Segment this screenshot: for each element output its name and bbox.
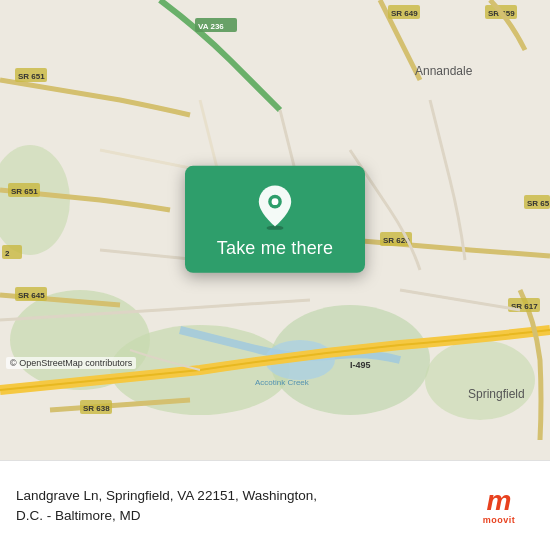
svg-point-35 xyxy=(272,198,279,205)
svg-text:SR 651: SR 651 xyxy=(11,187,38,196)
svg-text:I-495: I-495 xyxy=(350,360,371,370)
svg-text:SR 645: SR 645 xyxy=(18,291,45,300)
osm-credit: © OpenStreetMap contributors xyxy=(6,357,136,369)
address-text: Landgrave Ln, Springfield, VA 22151, Was… xyxy=(16,488,317,523)
svg-text:SR 638: SR 638 xyxy=(83,404,110,413)
moovit-name: moovit xyxy=(483,515,516,525)
svg-text:Annandale: Annandale xyxy=(415,64,473,78)
svg-text:SR 651: SR 651 xyxy=(18,72,45,81)
svg-point-5 xyxy=(425,340,535,420)
svg-text:Accotink Creek: Accotink Creek xyxy=(255,378,310,387)
svg-text:SR 649: SR 649 xyxy=(391,9,418,18)
moovit-letter: m xyxy=(487,487,512,515)
info-bar: Landgrave Ln, Springfield, VA 22151, Was… xyxy=(0,460,550,550)
address-block: Landgrave Ln, Springfield, VA 22151, Was… xyxy=(16,486,452,526)
moovit-logo: m moovit xyxy=(464,487,534,525)
svg-text:VA 236: VA 236 xyxy=(198,22,224,31)
map-container: Accotink Creek I-495 SR 649 VA 236 SR 65… xyxy=(0,0,550,460)
take-me-there-button[interactable]: Take me there xyxy=(217,238,333,259)
svg-text:SR 65: SR 65 xyxy=(527,199,550,208)
svg-text:2: 2 xyxy=(5,249,10,258)
location-pin-icon xyxy=(252,184,298,230)
nav-card: Take me there xyxy=(185,166,365,273)
svg-text:Springfield: Springfield xyxy=(468,387,525,401)
